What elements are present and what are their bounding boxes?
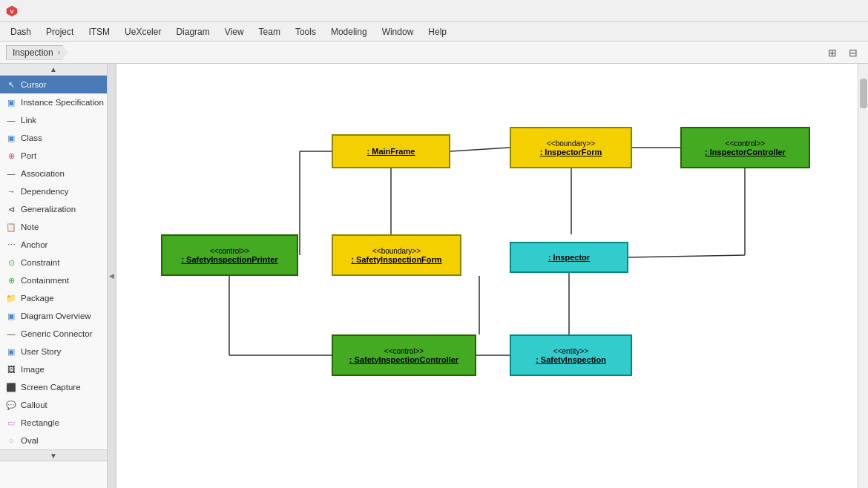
minimize-button[interactable] [797,4,818,19]
panel-item-port[interactable]: ⊕Port [0,147,107,165]
panel-item-association[interactable]: —Association [0,165,107,182]
menu-item-diagram[interactable]: Diagram [168,22,217,41]
node-name-inspector: : Inspector [548,253,590,262]
generic-connector-icon: — [4,327,18,340]
cursor-icon: ↖ [4,78,18,91]
node-name-safety-controller: : SafetyInspectionController [349,355,458,364]
right-scrollbar[interactable] [858,64,868,488]
menu-item-team[interactable]: Team [251,22,288,41]
menu-item-dash[interactable]: Dash [3,22,39,41]
uml-node-inspector[interactable]: : Inspector [510,242,628,273]
node-name-safety-printer: : SafetyInspectionPrinter [181,255,277,264]
maximize-button[interactable] [819,4,840,19]
panel-scroll-up[interactable]: ▲ [0,64,107,76]
panel-item-callout[interactable]: 💬Callout [0,396,107,414]
menu-item-itsm[interactable]: ITSM [81,22,117,41]
panel-item-instance-specification[interactable]: ▣Instance Specification [0,93,107,111]
generalization-icon: ⊲ [4,202,18,216]
rectangle-icon: ▭ [4,416,18,429]
svg-text:V: V [10,8,14,15]
link-icon: — [4,113,18,127]
panel-item-class[interactable]: ▣Class [0,129,107,147]
panel-item-diagram-overview[interactable]: ▣Diagram Overview [0,307,107,325]
containment-icon: ⊕ [4,274,18,287]
panel-item-generic-connector[interactable]: —Generic Connector [0,325,107,343]
port-icon: ⊕ [4,149,18,162]
stereotype-safety-printer: <<control>> [210,247,249,255]
panel-item-user-story[interactable]: ▣User Story [0,343,107,360]
screen-capture-icon: ⬛ [4,380,18,394]
uml-node-inspector-controller[interactable]: <<control>>: InspectorController [680,127,810,168]
panel-item-dependency[interactable]: →Dependency [0,182,107,200]
panel-item-label-note: Note [21,222,39,231]
panel-item-rectangle[interactable]: ▭Rectangle [0,414,107,432]
uml-node-safety-inspection[interactable]: <<entity>>: SafetyInspection [510,334,632,376]
close-button[interactable] [841,4,862,19]
menu-item-tools[interactable]: Tools [288,22,323,41]
panel-item-cursor[interactable]: ↖Cursor [0,76,107,93]
panel-item-label-containment: Containment [21,276,69,285]
app-icon: V [6,5,18,17]
association-icon: — [4,167,18,180]
menu-item-view[interactable]: View [217,22,251,41]
node-name-safety-form: : SafetyInspectionForm [351,255,441,264]
panel-item-screen-capture[interactable]: ⬛Screen Capture [0,378,107,396]
toolbar: Inspection › ⊞ ⊟ [0,42,868,64]
left-panel: ▲ ↖Cursor▣Instance Specification—Link▣Cl… [0,64,108,488]
panel-collapse-handle[interactable]: ◀ [108,64,116,488]
menu-item-window[interactable]: Window [375,22,421,41]
breadcrumb-label: Inspection [13,47,53,58]
panel-item-label-package: Package [21,294,54,303]
panel-item-constraint[interactable]: ⊙Constraint [0,254,107,271]
toolbar-right: ⊞ ⊟ [823,44,862,62]
panel-scroll-down[interactable]: ▼ [0,449,107,461]
dependency-icon: → [4,185,18,198]
node-name-inspector-form: : InspectorForm [540,148,602,156]
menu-item-project[interactable]: Project [39,22,81,41]
menu-item-uexceler[interactable]: UeXceler [117,22,168,41]
node-name-safety-inspection: : SafetyInspection [536,355,606,364]
panel-item-label-diagram-overview: Diagram Overview [21,311,91,320]
panel-item-label-constraint: Constraint [21,258,59,267]
image-icon: 🖼 [4,363,18,376]
panel-item-label-screen-capture: Screen Capture [21,383,81,392]
stereotype-safety-form: <<boundary>> [372,247,421,255]
svg-line-2 [450,148,510,151]
layout-button[interactable]: ⊟ [844,44,862,62]
uml-node-inspector-form[interactable]: <<boundary>>: InspectorForm [510,127,632,168]
panel-item-oval[interactable]: ○Oval [0,432,107,449]
stereotype-inspector-controller: <<control>> [726,139,765,148]
panel-item-label-anchor: Anchor [21,240,47,249]
titlebar: V [0,0,868,22]
panel-item-anchor[interactable]: ⋯Anchor [0,236,107,254]
window-controls [797,4,862,19]
breadcrumb: Inspection › [6,45,71,60]
scroll-handle[interactable] [860,79,867,108]
panel-item-label-image: Image [21,365,45,374]
breadcrumb-item-inspection[interactable]: Inspection › [6,45,68,60]
panel-item-package[interactable]: 📁Package [0,289,107,307]
uml-node-safety-controller[interactable]: <<control>>: SafetyInspectionController [332,334,476,376]
menu-item-modeling[interactable]: Modeling [323,22,375,41]
grid-view-button[interactable]: ⊞ [823,44,841,62]
diagram-canvas[interactable]: : MainFrame<<boundary>>: InspectorForm<<… [116,64,858,488]
constraint-icon: ⊙ [4,256,18,269]
panel-item-image[interactable]: 🖼Image [0,360,107,378]
callout-icon: 💬 [4,398,18,412]
uml-node-safety-printer[interactable]: <<control>>: SafetyInspectionPrinter [161,234,298,276]
panel-item-note[interactable]: 📋Note [0,218,107,236]
panel-item-label-port: Port [21,151,36,160]
anchor-icon: ⋯ [4,238,18,251]
panel-item-link[interactable]: —Link [0,111,107,129]
main-layout: ▲ ↖Cursor▣Instance Specification—Link▣Cl… [0,64,868,488]
panel-item-label-link: Link [21,116,36,125]
panel-item-label-rectangle: Rectangle [21,418,59,427]
panel-item-label-instance-specification: Instance Specification [21,98,104,107]
panel-item-generalization[interactable]: ⊲Generalization [0,200,107,218]
uml-node-safety-form[interactable]: <<boundary>>: SafetyInspectionForm [332,234,461,276]
panel-item-label-cursor: Cursor [21,80,47,89]
panel-item-containment[interactable]: ⊕Containment [0,271,107,289]
uml-node-main-frame[interactable]: : MainFrame [332,134,450,168]
node-name-inspector-controller: : InspectorController [705,148,786,156]
menu-item-help[interactable]: Help [421,22,454,41]
